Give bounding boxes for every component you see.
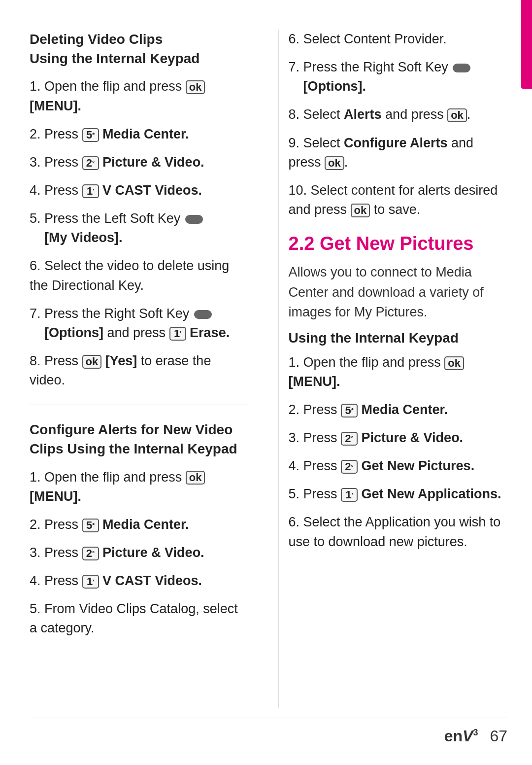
- step-ca5: 5. From Video Clips Catalog, select a ca…: [30, 599, 249, 638]
- step-ca1: 1. Open the flip and press ok [MENU].: [30, 468, 249, 506]
- step-l8: 8. Press ok [Yes] to erase the video.: [30, 351, 249, 390]
- 1prime-key-badge: 1': [82, 184, 99, 198]
- 5star-key3-badge: 5*: [341, 404, 358, 417]
- step-gp6: 6. Select the Application you wish to us…: [289, 513, 508, 551]
- subsection-heading: Using the Internal Keypad: [289, 330, 508, 346]
- step-ca2: 2. Press 5* Media Center.: [30, 515, 249, 534]
- brand-logo: enV3: [444, 727, 478, 745]
- 2deg-key4-badge: 2°: [341, 460, 358, 474]
- 5star-key2-badge: 5*: [82, 519, 99, 532]
- step-r6: 6. Select Content Provider.: [289, 30, 508, 49]
- step-r10: 10. Select content for alerts desired an…: [289, 181, 508, 219]
- 1prime-key4-badge: 1': [341, 488, 358, 502]
- separator1: [30, 405, 249, 405]
- section1-heading: Deleting Video ClipsUsing the Internal K…: [30, 30, 249, 68]
- right-softkey-icon-l7: [194, 310, 212, 319]
- description-text: Allows you to connect to Media Center an…: [289, 262, 508, 322]
- content-area: Deleting Video ClipsUsing the Internal K…: [30, 30, 507, 708]
- step-r7: 7. Press the Right Soft Key [Options].: [289, 58, 508, 96]
- left-column: Deleting Video ClipsUsing the Internal K…: [30, 30, 259, 708]
- step-l5: 5. Press the Left Soft Key [My Videos].: [30, 209, 249, 247]
- step-l6: 6. Select the video to delete using the …: [30, 256, 249, 295]
- step-ca4: 4. Press 1' V CAST Videos.: [30, 571, 249, 591]
- step-ca3: 3. Press 2° Picture & Video.: [30, 543, 249, 562]
- ok-key3-badge: ok: [186, 471, 205, 485]
- section2-heading: Configure Alerts for New VideoClips Usin…: [30, 420, 249, 458]
- left-softkey-icon: [185, 215, 203, 224]
- page-container: Deleting Video ClipsUsing the Internal K…: [0, 0, 532, 765]
- step-r8: 8. Select Alerts and press ok.: [289, 105, 508, 124]
- 1prime-key2-badge: 1': [169, 327, 186, 341]
- step-l2: 2. Press 5* Media Center.: [30, 125, 249, 144]
- step-r9: 9. Select Configure Alerts and press ok.: [289, 134, 508, 172]
- step-gp1: 1. Open the flip and press ok [MENU].: [289, 353, 508, 391]
- 1prime-key3-badge: 1': [82, 575, 99, 589]
- page-number: 67: [490, 727, 507, 745]
- section-title-pink: 2.2 Get New Pictures: [289, 233, 508, 254]
- pink-decorative-bar: [521, 0, 532, 89]
- ok-key4-badge: ok: [447, 108, 467, 122]
- 2deg-key-badge: 2°: [82, 156, 99, 170]
- step-l4: 4. Press 1' V CAST Videos.: [30, 181, 249, 200]
- 2deg-key3-badge: 2°: [341, 432, 358, 446]
- right-softkey-icon-r7: [453, 64, 470, 72]
- step-gp2: 2. Press 5* Media Center.: [289, 400, 508, 419]
- ok-key-badge: ok: [186, 80, 205, 94]
- footer: enV3 67: [30, 718, 507, 745]
- step-l7: 7. Press the Right Soft Key [Options] an…: [30, 304, 249, 343]
- 5star-key-badge: 5*: [82, 128, 99, 142]
- right-column: 6. Select Content Provider. 7. Press the…: [278, 30, 508, 708]
- step-gp4: 4. Press 2° Get New Pictures.: [289, 456, 508, 476]
- ok-key2-badge: ok: [82, 355, 102, 369]
- ok-key6-badge: ok: [351, 204, 370, 217]
- step-l1: 1. Open the flip and press ok [MENU].: [30, 77, 249, 115]
- ok-key5-badge: ok: [325, 156, 344, 170]
- 2deg-key2-badge: 2°: [82, 547, 99, 560]
- step-gp5: 5. Press 1' Get New Applications.: [289, 485, 508, 504]
- ok-key7-badge: ok: [444, 356, 464, 370]
- step-gp3: 3. Press 2° Picture & Video.: [289, 428, 508, 448]
- step-l3: 3. Press 2° Picture & Video.: [30, 153, 249, 172]
